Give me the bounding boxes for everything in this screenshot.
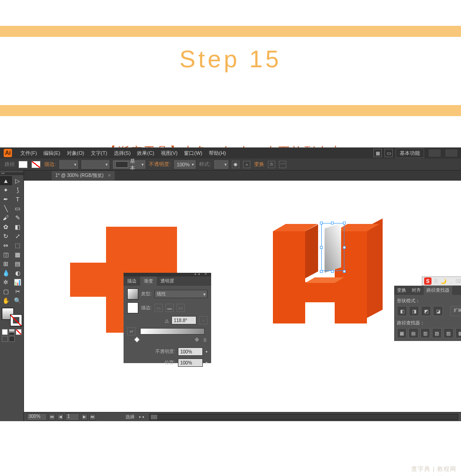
gradient-preview-swatch[interactable]	[127, 288, 138, 300]
transform-label[interactable]: 变换	[254, 161, 264, 168]
ime-keyboard-icon[interactable]: ⌨	[455, 278, 461, 284]
eyedropper-tool-icon[interactable]: 💧	[0, 268, 12, 277]
screen-full-icon[interactable]	[9, 336, 15, 342]
gradient-type-select[interactable]: 线性	[154, 290, 207, 298]
stroke-align-1-icon[interactable]: ▭	[154, 304, 163, 312]
merge-icon[interactable]: ▥	[420, 328, 430, 338]
direct-selection-tool-icon[interactable]: ▷	[12, 176, 24, 185]
menu-type[interactable]: 文字(T)	[88, 149, 110, 158]
pencil-tool-icon[interactable]: ✎	[12, 213, 24, 222]
magic-wand-tool-icon[interactable]: ✦	[0, 185, 12, 194]
tab-pathfinder[interactable]: 路径查找器	[424, 286, 452, 295]
zoom-field[interactable]: 300%	[27, 413, 47, 421]
resize-handle-icon[interactable]	[343, 246, 346, 249]
shape-builder-tool-icon[interactable]: ◫	[0, 250, 12, 259]
blob-brush-tool-icon[interactable]: ✿	[0, 222, 12, 231]
document-tab[interactable]: 1* @ 300% (RGB/预览) ✕	[52, 171, 115, 180]
maximize-button[interactable]	[445, 149, 457, 157]
tab-transparency[interactable]: 透明度	[157, 276, 178, 286]
tab-gradient[interactable]: 渐变	[140, 276, 157, 286]
gradient-ramp[interactable]	[140, 328, 205, 335]
resize-handle-icon[interactable]	[320, 270, 323, 273]
stroke-gradient-swatch[interactable]	[127, 302, 138, 313]
menu-object[interactable]: 对象(O)	[64, 149, 87, 158]
last-artboard-icon[interactable]: ⏭	[89, 414, 96, 420]
resize-handle-icon[interactable]	[320, 246, 323, 249]
reverse-gradient-icon[interactable]: ⇄	[127, 327, 136, 335]
menu-help[interactable]: 帮助(H)	[206, 149, 229, 158]
artboard-tool-icon[interactable]: ▢	[0, 287, 12, 296]
color-mode-icon[interactable]	[2, 329, 8, 335]
tab-align[interactable]: 对齐	[409, 286, 424, 295]
delete-stop-icon[interactable]: 🗑	[203, 337, 207, 342]
stroke-align-2-icon[interactable]: ▬	[165, 304, 174, 312]
free-transform-tool-icon[interactable]: ⬚	[12, 241, 24, 250]
divide-icon[interactable]: ▦	[397, 328, 407, 338]
brush-dropdown[interactable]: 基本	[113, 160, 145, 169]
resize-handle-icon[interactable]	[320, 222, 323, 224]
line-tool-icon[interactable]: ╲	[0, 204, 12, 213]
stop-location-input[interactable]: 100%	[178, 358, 203, 367]
fill-stroke-indicator[interactable]	[2, 308, 22, 326]
selection-tool-icon[interactable]: ▲	[0, 176, 12, 185]
slice-tool-icon[interactable]: ✂	[12, 287, 24, 296]
zoom-tool-icon[interactable]: 🔍	[12, 296, 24, 305]
minus-front-icon[interactable]: ◨	[409, 306, 419, 316]
paintbrush-tool-icon[interactable]: 🖌	[0, 213, 12, 222]
menu-view[interactable]: 视图(V)	[158, 149, 181, 158]
prev-artboard-icon[interactable]: ◀	[57, 414, 64, 420]
dropdown-icon[interactable]: ▾	[206, 350, 207, 354]
style-dropdown[interactable]	[214, 160, 228, 169]
stroke-swatch[interactable]	[31, 161, 41, 168]
crop-icon[interactable]: ▧	[432, 328, 442, 338]
trim-icon[interactable]: ▤	[408, 328, 418, 338]
ime-logo-icon[interactable]: S	[424, 277, 431, 285]
ime-comma[interactable]: ，	[449, 278, 454, 285]
stop-opacity-input[interactable]: 100%	[178, 347, 203, 356]
none-mode-icon[interactable]	[16, 329, 22, 335]
rotate-tool-icon[interactable]: ↻	[0, 231, 12, 241]
intersect-icon[interactable]: ◩	[421, 306, 431, 316]
lasso-tool-icon[interactable]: ⟆	[12, 185, 24, 194]
unite-icon[interactable]: ◧	[397, 306, 407, 316]
stroke-align-3-icon[interactable]: ▭	[177, 304, 185, 312]
arrange-icon[interactable]: ▭	[384, 149, 393, 157]
first-artboard-icon[interactable]: ⏮	[49, 414, 55, 420]
scale-tool-icon[interactable]: ⤢	[12, 231, 24, 241]
bridge-icon[interactable]: ▦	[373, 149, 382, 157]
toolbar-handle[interactable]	[0, 172, 24, 175]
menu-edit[interactable]: 编辑(E)	[41, 149, 63, 158]
gradient-mode-icon[interactable]	[9, 329, 15, 335]
outline-icon[interactable]: ▨	[443, 328, 453, 338]
symbol-sprayer-tool-icon[interactable]: ✲	[0, 277, 12, 287]
graph-tool-icon[interactable]: 📊	[12, 277, 24, 287]
tab-transform[interactable]: 变换	[394, 286, 409, 295]
ime-toolbar[interactable]: S 英 🌙 ， ⌨	[422, 276, 461, 286]
pathfinder-panel[interactable]: 变换 对齐 路径查找器 形状模式： ◧ ◨ ◩ ◪ 扩展 路径查找器	[394, 286, 461, 341]
type-tool-icon[interactable]: T	[12, 194, 24, 204]
recolor-icon[interactable]: ◉	[232, 161, 239, 168]
menu-effect[interactable]: 效果(C)	[134, 149, 157, 158]
perspective-tool-icon[interactable]: ▦	[12, 250, 24, 259]
align-icon[interactable]: ▫	[243, 161, 250, 168]
fill-swatch[interactable]	[18, 161, 28, 168]
tab-close-icon[interactable]: ✕	[107, 173, 111, 178]
horizontal-scrollbar[interactable]	[149, 414, 458, 420]
gradient-stop-end[interactable]	[194, 336, 200, 343]
isolate-icon[interactable]: ☆	[268, 161, 275, 168]
stroke-profile-dropdown[interactable]	[82, 160, 109, 169]
ime-lang[interactable]: 英	[433, 278, 438, 285]
more-icon[interactable]: ⋯	[279, 161, 286, 168]
next-artboard-icon[interactable]: ▶	[81, 414, 88, 420]
resize-handle-icon[interactable]	[331, 222, 334, 224]
resize-handle-icon[interactable]	[343, 222, 346, 224]
stroke-weight-dropdown[interactable]	[59, 160, 78, 169]
stroke-color-icon[interactable]	[10, 314, 22, 326]
ime-moon-icon[interactable]: 🌙	[440, 278, 447, 284]
tab-stroke[interactable]: 描边	[124, 276, 140, 286]
dropdown-icon[interactable]: ▾	[206, 361, 207, 365]
opacity-dropdown[interactable]: 100%	[174, 160, 195, 169]
gradient-tool-icon[interactable]: ▤	[12, 259, 24, 268]
menu-window[interactable]: 窗口(W)	[181, 149, 205, 158]
gradient-stop-start[interactable]	[134, 336, 140, 343]
